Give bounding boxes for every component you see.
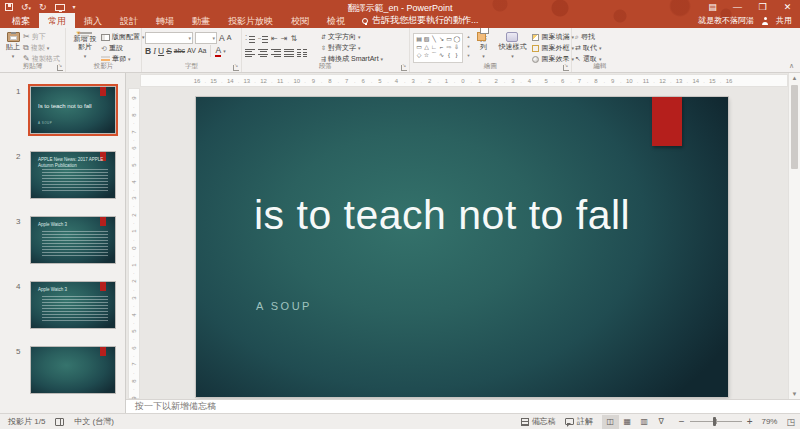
zoom-slider[interactable] (690, 421, 742, 422)
fit-to-window-icon[interactable]: ◳ (786, 417, 795, 427)
minimize-icon[interactable]: — (725, 0, 750, 15)
shape-glyph[interactable]: ▤ (416, 35, 422, 43)
spell-check-icon[interactable] (55, 418, 64, 426)
maximize-icon[interactable]: ❒ (750, 0, 775, 15)
tab-插入[interactable]: 插入 (75, 13, 111, 28)
drawing-dialog-launcher[interactable] (563, 65, 569, 71)
zoom-out-icon[interactable]: − (679, 418, 685, 426)
shape-outline-button[interactable]: 圖案外框▾ (532, 43, 574, 53)
replace-button[interactable]: ⇄取代▾ (575, 43, 625, 53)
font-color-button[interactable]: A (215, 46, 221, 55)
shape-glyph[interactable]: ☆ (424, 51, 430, 59)
clear-formatting-icon[interactable]: abc (174, 46, 185, 56)
shape-glyph[interactable]: ◯ (454, 35, 460, 43)
shape-glyph[interactable]: ↘ (439, 35, 445, 43)
shape-glyph[interactable]: ▧ (424, 35, 430, 43)
slide-sorter-view-button[interactable]: ▦ (619, 415, 636, 429)
slide-thumbnail[interactable]: APPLE New News: 2017 APPLE Autumn Public… (30, 151, 116, 199)
align-left-icon[interactable] (245, 49, 255, 57)
close-icon[interactable]: ✕ (775, 0, 800, 15)
shapes-gallery-scroll[interactable]: ▲▼▼ (466, 31, 472, 61)
slide-number-indicator[interactable]: 投影片 1/5 (8, 416, 45, 427)
arrange-button[interactable]: 排列▾ (474, 31, 492, 61)
shape-glyph[interactable]: ⇨ (446, 43, 452, 51)
shape-glyph[interactable]: ⌒ (431, 51, 437, 59)
notes-pane[interactable]: 按一下以新增備忘稿 (126, 399, 800, 413)
tab-常用[interactable]: 常用 (39, 13, 75, 28)
tab-校閱[interactable]: 校閱 (282, 13, 318, 28)
font-dialog-launcher[interactable] (233, 65, 239, 71)
tab-轉場[interactable]: 轉場 (147, 13, 183, 28)
shape-glyph[interactable]: } (454, 51, 460, 59)
shape-glyph[interactable]: ╲ (431, 35, 437, 43)
shape-glyph[interactable]: ▭ (446, 35, 452, 43)
slide-red-accent-shape[interactable] (652, 97, 682, 146)
scroll-down-icon[interactable]: ▼ (789, 391, 800, 397)
text-direction-button[interactable]: ⇵文字方向▾ (321, 32, 383, 42)
redo-icon[interactable]: ↻ (39, 2, 47, 12)
grow-font-icon[interactable]: A (219, 33, 225, 43)
slide-thumbnail[interactable]: Apple Watch 3 (30, 281, 116, 329)
shape-glyph[interactable]: ⇩ (454, 43, 460, 51)
copy-button[interactable]: ⧉複製▾ (23, 43, 60, 53)
paste-button[interactable]: 貼上▾ (3, 31, 23, 61)
slide-thumbnail[interactable]: Is to teach not to fallA SOUP (30, 86, 116, 134)
slide-thumbnail[interactable] (30, 346, 116, 394)
bullets-icon[interactable] (245, 35, 255, 43)
align-text-button[interactable]: ⇳對齊文字▾ (321, 43, 383, 53)
underline-button[interactable]: U (158, 46, 164, 56)
italic-button[interactable]: I (153, 46, 156, 56)
justify-icon[interactable] (284, 49, 294, 57)
quick-styles-button[interactable]: 快速樣式▾ (495, 31, 529, 61)
undo-icon[interactable]: ↺▾ (21, 2, 31, 13)
tell-me-box[interactable]: 告訴我您想要執行的動作... (354, 13, 487, 28)
font-size-combobox[interactable] (195, 32, 217, 44)
reading-view-button[interactable]: ▥ (636, 415, 653, 429)
comments-toggle-button[interactable]: 註解 (565, 416, 593, 427)
new-slide-button[interactable]: 新增 投影片▾ (69, 31, 101, 61)
line-spacing-icon[interactable]: ⇅ (290, 35, 297, 43)
zoom-percentage[interactable]: 79% (761, 417, 777, 426)
qat-customize-icon[interactable]: ▾ (73, 2, 76, 12)
shape-glyph[interactable]: ◇ (416, 51, 422, 59)
shape-glyph[interactable]: ⌐ (439, 43, 445, 51)
ribbon-display-options-icon[interactable]: ▤ (700, 0, 725, 15)
zoom-in-icon[interactable]: + (747, 418, 753, 426)
bold-button[interactable]: B (145, 46, 151, 56)
font-name-combobox[interactable] (145, 32, 193, 44)
normal-view-button[interactable]: ◫ (602, 415, 619, 429)
shape-glyph[interactable]: △ (424, 43, 430, 51)
start-slideshow-icon[interactable] (55, 4, 65, 11)
tab-動畫[interactable]: 動畫 (183, 13, 219, 28)
find-button[interactable]: ⌕尋找 (575, 32, 625, 42)
editor-scrollbar[interactable]: ▲ ▼ (788, 73, 800, 399)
share-button[interactable]: 共用 (776, 15, 792, 26)
language-indicator[interactable]: 中文 (台灣) (74, 416, 114, 427)
shape-glyph[interactable]: ∿ (439, 51, 445, 59)
notes-placeholder[interactable]: 按一下以新增備忘稿 (135, 400, 216, 413)
slide-subtitle-text[interactable]: A SOUP (256, 300, 312, 312)
increase-indent-icon[interactable]: ⇥ (281, 35, 288, 43)
slide-title-text[interactable]: is to teach not to fall (254, 189, 704, 241)
slide-thumbnail[interactable]: Apple Watch 3 (30, 216, 116, 264)
tab-設計[interactable]: 設計 (111, 13, 147, 28)
numbering-icon[interactable] (258, 35, 268, 43)
tab-file[interactable]: 檔案 (0, 13, 39, 28)
cut-button[interactable]: ✂剪下 (23, 32, 60, 42)
notes-toggle-button[interactable]: 備忘稿 (521, 416, 556, 427)
strikethrough-button[interactable]: S (166, 46, 172, 56)
shapes-gallery[interactable]: ▤▧╲↘▭◯▭△∟⌐⇨⇩◇☆⌒∿{} (413, 33, 463, 63)
decrease-indent-icon[interactable]: ⇤ (271, 35, 278, 43)
align-center-icon[interactable] (258, 49, 268, 57)
shape-fill-button[interactable]: 圖案填滿▾ (532, 32, 574, 42)
paragraph-dialog-launcher[interactable] (401, 65, 407, 71)
save-icon[interactable] (5, 3, 13, 11)
scrollbar-thumb[interactable] (791, 85, 798, 169)
slideshow-view-button[interactable]: ∇ (653, 415, 670, 429)
reset-button[interactable]: ⟲重設 (101, 43, 145, 53)
slide-canvas[interactable]: is to teach not to fall A SOUP (196, 97, 728, 397)
collapse-ribbon-icon[interactable]: ∧ (789, 62, 794, 70)
character-spacing-button[interactable]: AV (187, 46, 196, 56)
tab-投影片放映[interactable]: 投影片放映 (219, 13, 282, 28)
shape-glyph[interactable]: { (446, 51, 452, 59)
